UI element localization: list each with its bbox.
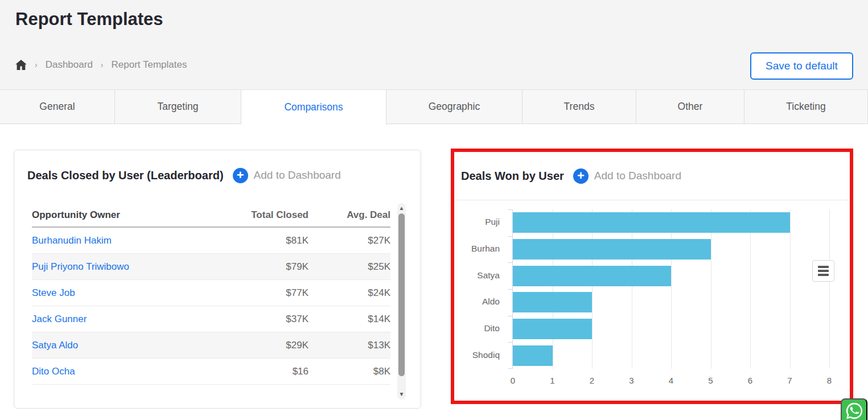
save-to-default-button[interactable]: Save to default	[750, 52, 853, 80]
bar-aldo[interactable]	[513, 292, 592, 312]
col-opportunity-owner: Opportunity Owner	[32, 209, 220, 221]
bar-burhan[interactable]	[513, 239, 711, 260]
category-label-aldo: Aldo	[454, 297, 500, 307]
gridline	[829, 209, 830, 369]
hamburger-icon	[818, 266, 829, 268]
page-header: Report Templates › Dashboard › Report Te…	[0, 0, 868, 89]
owner-link[interactable]: Jack Gunner	[32, 314, 87, 324]
y-axis-tick	[508, 316, 513, 316]
owner-link[interactable]: Puji Priyono Triwibowo	[32, 261, 129, 272]
tab-other[interactable]: Other	[636, 90, 744, 123]
scrollbar-thumb[interactable]	[398, 213, 405, 376]
plus-icon: +	[573, 168, 589, 184]
avg-deal-value: $25K	[308, 261, 390, 273]
deals-closed-card-header: Deals Closed by User (Leaderboard) + Add…	[14, 150, 421, 200]
total-closed-value: $79K	[220, 261, 308, 273]
scroll-up-icon[interactable]: ▲	[397, 204, 406, 212]
leaderboard-table: Opportunity Owner Total Closed Avg. Deal…	[32, 204, 390, 385]
bar-satya[interactable]	[513, 266, 671, 286]
whatsapp-button[interactable]	[841, 398, 867, 420]
avg-deal-value: $13K	[308, 340, 390, 351]
home-icon[interactable]	[15, 60, 27, 70]
tab-trends[interactable]: Trends	[523, 90, 636, 123]
x-axis-tick-label: 2	[581, 376, 603, 385]
owner-link[interactable]: Dito Ocha	[32, 366, 75, 377]
deals-closed-title: Deals Closed by User (Leaderboard)	[27, 169, 224, 182]
add-to-dashboard-label: Add to Dashboard	[594, 170, 681, 182]
gridline	[711, 209, 711, 369]
x-axis-tick-label: 5	[700, 376, 722, 385]
deals-won-title: Deals Won by User	[461, 170, 564, 183]
table-row: Steve Job$77K$24K	[32, 280, 390, 306]
tab-comparisons[interactable]: Comparisons	[241, 90, 386, 125]
breadcrumb: › Dashboard › Report Templates	[15, 59, 187, 71]
y-axis-tick	[508, 262, 513, 263]
gridline	[790, 209, 791, 369]
x-axis-tick-label: 0	[501, 376, 524, 385]
breadcrumb-dashboard[interactable]: Dashboard	[46, 59, 93, 71]
col-avg-deal: Avg. Deal	[308, 209, 390, 221]
x-axis-tick-label: 6	[739, 376, 762, 385]
add-to-dashboard-label: Add to Dashboard	[254, 169, 341, 182]
table-row: Jack Gunner$37K$14K	[32, 306, 390, 332]
deals-won-bar-chart: PujiBurhanSatyaAldoDitoShodiq 012345678	[454, 201, 850, 401]
gridline	[671, 209, 672, 369]
avg-deal-value: $24K	[308, 287, 390, 299]
x-axis-tick-label: 1	[541, 376, 564, 385]
total-closed-value: $77K	[220, 287, 308, 299]
tab-ticketing[interactable]: Ticketing	[744, 90, 868, 123]
table-row: Burhanudin Hakim$81K$27K	[32, 228, 390, 254]
deals-won-card-header: Deals Won by User + Add to Dashboard	[454, 152, 850, 200]
plus-icon: +	[233, 168, 248, 183]
category-label-puji: Puji	[454, 217, 500, 227]
category-label-dito: Dito	[454, 323, 500, 333]
table-header-row: Opportunity Owner Total Closed Avg. Deal	[32, 204, 390, 228]
owner-link[interactable]: Burhanudin Hakim	[32, 235, 112, 246]
category-label-satya: Satya	[454, 270, 500, 281]
y-axis-tick	[508, 236, 513, 237]
col-total-closed: Total Closed	[220, 209, 308, 221]
page-title: Report Templates	[15, 9, 163, 30]
gridline	[592, 209, 593, 369]
x-axis-tick-label: 8	[818, 376, 841, 385]
y-axis-tick	[508, 289, 513, 290]
scroll-down-icon[interactable]: ▼	[397, 390, 406, 398]
table-scrollbar[interactable]: ▲ ▼	[397, 203, 406, 400]
category-label-shodiq: Shodiq	[454, 350, 500, 360]
x-axis-tick-label: 7	[779, 376, 801, 385]
y-axis-tick	[508, 342, 513, 343]
gridline	[750, 209, 751, 369]
report-templates-page: Report Templates › Dashboard › Report Te…	[0, 0, 868, 420]
add-to-dashboard-button-right[interactable]: + Add to Dashboard	[573, 168, 681, 184]
table-row: Dito Ocha$16$8K	[32, 359, 390, 385]
owner-link[interactable]: Satya Aldo	[32, 340, 78, 351]
add-to-dashboard-button-left[interactable]: + Add to Dashboard	[233, 168, 341, 183]
red-highlight-box: Deals Won by User + Add to Dashboard Puj…	[451, 149, 853, 404]
y-axis-tick	[508, 209, 513, 210]
breadcrumb-report-templates[interactable]: Report Templates	[112, 59, 187, 71]
category-label-burhan: Burhan	[454, 244, 500, 254]
owner-link[interactable]: Steve Job	[32, 287, 75, 298]
tab-geographic[interactable]: Geographic	[386, 90, 523, 123]
table-row: Satya Aldo$29K$13K	[32, 332, 390, 359]
chart-menu-button[interactable]	[812, 260, 834, 282]
breadcrumb-separator: ›	[101, 60, 104, 69]
x-axis-tick-label: 3	[620, 376, 643, 385]
tab-targeting[interactable]: Targeting	[115, 90, 241, 123]
gridline	[632, 209, 632, 369]
x-axis-tick-label: 4	[660, 376, 682, 385]
chart-plot: 012345678	[512, 209, 829, 369]
chart-category-labels: PujiBurhanSatyaAldoDitoShodiq	[454, 209, 504, 369]
avg-deal-value: $14K	[308, 314, 390, 325]
table-body: Burhanudin Hakim$81K$27KPuji Priyono Tri…	[32, 228, 390, 385]
bar-puji[interactable]	[513, 212, 790, 233]
table-row: Puji Priyono Triwibowo$79K$25K	[32, 254, 390, 280]
bar-shodiq[interactable]	[513, 345, 553, 366]
y-axis-tick	[508, 368, 513, 369]
total-closed-value: $29K	[220, 340, 308, 351]
whatsapp-icon	[845, 401, 864, 420]
breadcrumb-separator: ›	[35, 60, 38, 69]
tab-general[interactable]: General	[0, 90, 115, 123]
avg-deal-value: $27K	[308, 235, 390, 246]
bar-dito[interactable]	[513, 319, 592, 339]
